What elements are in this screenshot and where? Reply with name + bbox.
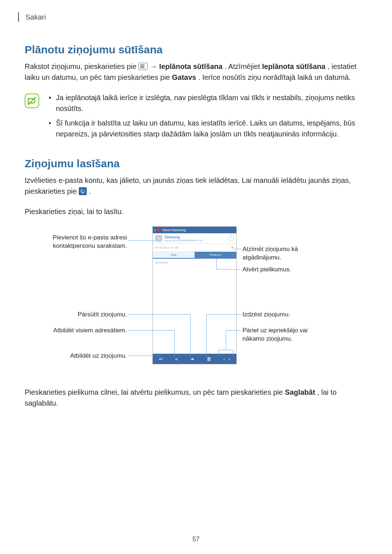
phone-meta-row: 06.06.2013. 01:05 ★ bbox=[153, 244, 236, 252]
text: . Ierīce nosūtīs ziņu norādītajā laikā u… bbox=[198, 73, 351, 81]
text: Izvēlieties e-pasta kontu, kas jālieto, … bbox=[25, 176, 351, 195]
reply-icon: ↩ bbox=[159, 357, 163, 361]
star-icon: ★ bbox=[230, 245, 234, 250]
text: Rakstot ziņojumu, pieskarieties pie bbox=[25, 62, 138, 70]
heading-scheduled-send: Plānotu ziņojumu sūtīšana bbox=[25, 44, 367, 56]
phone-topbar: ‹ About Samsung bbox=[153, 227, 236, 233]
message-view-figure: ‹ About Samsung Samsung samsungusermanua… bbox=[87, 226, 305, 379]
callout-delete: Izdzēst ziņojumu. bbox=[242, 311, 330, 319]
text: Pieskarieties pielikuma cilnei, lai atvē… bbox=[25, 388, 285, 396]
reading-paragraph-3: Pieskarieties pielikuma cilnei, lai atvē… bbox=[25, 387, 367, 409]
note-item: Ja ieplānotajā laikā ierīce ir izslēgta,… bbox=[48, 92, 367, 114]
callout-nav: Pāriet uz iepriekšējo vai nākamo ziņojum… bbox=[242, 327, 330, 343]
prev-icon: ‹ bbox=[223, 357, 225, 361]
note-icon bbox=[25, 94, 39, 108]
note-item: Šī funkcija ir balstīta uz laiku un datu… bbox=[48, 118, 367, 139]
text-bold: Ieplānota sūtīšana bbox=[262, 62, 326, 70]
phone-bottombar: ↩ « ➜ 🗑 ‹ › bbox=[153, 354, 236, 364]
sender-name-block: Samsung samsungusermanual@yahoo.com bbox=[164, 235, 203, 242]
sender-name: Samsung bbox=[164, 235, 203, 239]
callout-attach: Atvērt pielikumus. bbox=[242, 266, 330, 274]
callout-contact: Pievienot šo e-pasta adresi kontaktperso… bbox=[40, 234, 127, 250]
text-bold: Saglabāt bbox=[285, 388, 315, 396]
text-bold: Ieplānota sūtīšana bbox=[159, 62, 223, 70]
text: . bbox=[89, 187, 91, 195]
timestamp: 06.06.2013. 01:05 bbox=[155, 246, 179, 249]
reply-all-icon: « bbox=[175, 357, 178, 361]
phone-body: Samsung bbox=[153, 259, 236, 356]
scheduled-send-paragraph: Rakstot ziņojumu, pieskarieties pie → Ie… bbox=[25, 61, 367, 83]
text-bold: Gatavs bbox=[172, 73, 196, 81]
page-number: 57 bbox=[0, 535, 392, 543]
note-block: Ja ieplānotajā laikā ierīce ir izslēgta,… bbox=[25, 92, 367, 143]
callout-forward: Pārsūtīt ziņojumu. bbox=[40, 311, 127, 319]
callout-reminder: Atzīmēt ziņojumu kā atgādinājumu. bbox=[242, 245, 330, 262]
text: → bbox=[150, 62, 159, 70]
heading-reading-messages: Ziņojumu lasīšana bbox=[25, 157, 367, 170]
tab-message: Ziņa bbox=[153, 252, 195, 259]
reading-paragraph-2: Pieskarieties ziņai, lai to lasītu. bbox=[25, 206, 367, 217]
reading-paragraph-1: Izvēlieties e-pasta kontu, kas jālieto, … bbox=[25, 175, 367, 197]
avatar bbox=[155, 235, 162, 242]
delete-icon: 🗑 bbox=[207, 357, 211, 361]
callout-reply: Atbildēt uz ziņojumu. bbox=[40, 352, 127, 360]
phone-mock: ‹ About Samsung Samsung samsungusermanua… bbox=[152, 226, 237, 364]
phone-tabs: Ziņa Pielikumi bbox=[153, 252, 236, 259]
running-head: Sakari bbox=[18, 12, 367, 22]
tab-attachments: Pielikumi bbox=[195, 252, 236, 259]
menu-icon bbox=[138, 63, 148, 70]
sender-email: samsungusermanual@yahoo.com bbox=[164, 239, 203, 242]
phone-title: About Samsung bbox=[162, 228, 185, 232]
expand-icon: ˅ bbox=[228, 235, 234, 241]
text: . Atzīmējiet bbox=[225, 62, 262, 70]
callout-replyall: Atbildēt visiem adresātiem. bbox=[40, 327, 127, 335]
forward-icon: ➜ bbox=[190, 357, 194, 361]
back-icon: ‹ bbox=[154, 227, 156, 233]
refresh-icon bbox=[79, 187, 87, 195]
app-icon bbox=[157, 228, 161, 232]
next-icon: › bbox=[229, 357, 230, 361]
phone-sender-row: Samsung samsungusermanual@yahoo.com ˅ bbox=[153, 233, 236, 244]
